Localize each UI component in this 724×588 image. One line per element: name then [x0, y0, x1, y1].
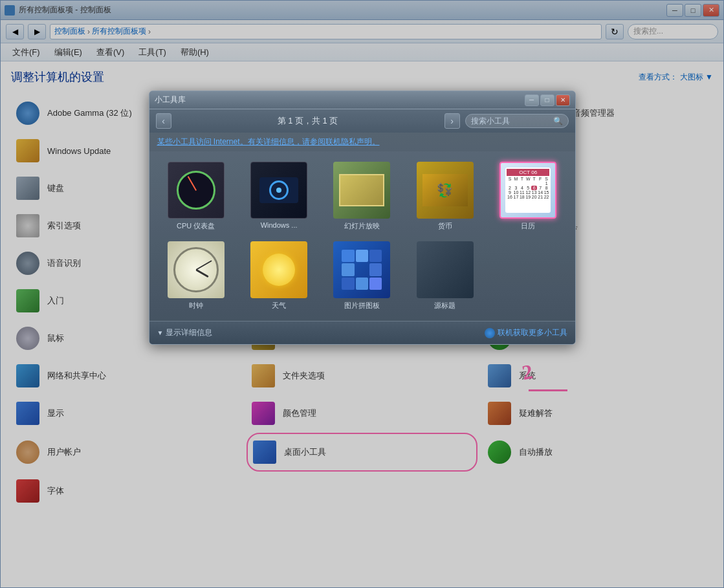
prev-page-button[interactable]: ‹ — [156, 113, 171, 129]
gadget-label-feed: 源标题 — [434, 301, 455, 310]
sun-icon — [263, 254, 295, 286]
show-detail-button[interactable]: ▼ 显示详细信息 — [157, 327, 213, 338]
gadget-thumb-clock — [168, 241, 225, 298]
clock-face — [173, 247, 219, 292]
dialog-controls: ─ □ ✕ — [525, 94, 570, 106]
get-more-label: 联机获取更多小工具 — [498, 327, 567, 338]
feed-lines — [441, 250, 449, 289]
gadget-thumb-weather — [250, 241, 307, 298]
clock-hour-hand — [195, 269, 209, 278]
gadget-thumb-calendar: OCT 06 SMTWTFS 1 2345678 9101112131415 1… — [499, 162, 556, 219]
gadget-label-wmc: Windows ... — [261, 221, 298, 229]
gadget-label-cpu: CPU 仪表盘 — [177, 221, 215, 231]
show-detail-label: 显示详细信息 — [166, 327, 212, 338]
gadget-label-clock: 时钟 — [189, 301, 203, 310]
gadget-thumb-cpu — [168, 162, 225, 219]
gadget-item-wmc[interactable]: Windows ... — [240, 159, 318, 234]
gadget-label-puzzle: 图片拼图板 — [344, 301, 380, 310]
gadget-item-calendar[interactable]: OCT 06 SMTWTFS 1 2345678 9101112131415 1… — [489, 159, 567, 234]
gadget-label-currency: 货币 — [438, 221, 452, 231]
dialog-maximize-button[interactable]: □ — [540, 94, 554, 106]
get-more-button[interactable]: 联机获取更多小工具 — [485, 327, 567, 338]
dialog-close-button[interactable]: ✕ — [556, 94, 570, 106]
wmc-icon — [259, 177, 298, 203]
page-indicator: 第 1 页，共 1 页 — [177, 115, 439, 127]
dialog-title: 小工具库 — [155, 94, 186, 105]
gadget-label-weather: 天气 — [272, 301, 286, 310]
gadget-search-placeholder: 搜索小工具 — [471, 116, 510, 127]
gadget-thumb-feed — [417, 241, 474, 298]
gadget-item-clock[interactable]: 时钟 — [157, 239, 235, 313]
gadget-item-cpu[interactable]: CPU 仪表盘 — [157, 159, 235, 234]
gadget-item-puzzle[interactable]: 图片拼图板 — [323, 239, 400, 313]
currency-icon: 💱 — [422, 174, 468, 206]
dialog-info-text[interactable]: 某些小工具访问 Internet。有关详细信息，请参阅联机隐私声明。 — [157, 137, 380, 146]
clock-minute-hand — [195, 260, 212, 270]
gadget-thumb-wmc — [250, 162, 307, 219]
gadget-dialog: 小工具库 ─ □ ✕ ‹ 第 1 页，共 1 页 › 搜索小工具 🔍 某些小工具… — [149, 91, 576, 345]
cal-grid: SMTWTFS 1 2345678 9101112131415 16171819… — [507, 177, 549, 199]
gadget-thumb-currency: 💱 — [417, 162, 474, 219]
dialog-info: 某些小工具访问 Internet。有关详细信息，请参阅联机隐私声明。 — [149, 133, 575, 151]
calendar-mini: OCT 06 SMTWTFS 1 2345678 9101112131415 1… — [505, 168, 551, 213]
cpu-gauge — [177, 171, 215, 210]
gadget-thumb-puzzle — [333, 241, 390, 298]
gadget-thumb-slideshow — [333, 162, 390, 219]
gadget-item-feed[interactable]: 源标题 — [406, 239, 484, 313]
dialog-nav: ‹ 第 1 页，共 1 页 › 搜索小工具 🔍 — [149, 109, 575, 133]
cal-header: OCT 06 — [507, 169, 549, 176]
wmc-dot — [276, 188, 281, 193]
dialog-title-bar: 小工具库 ─ □ ✕ — [149, 91, 575, 109]
puzzle-grid — [339, 247, 384, 292]
slideshow-preview — [339, 174, 384, 206]
detail-icon: ▼ — [157, 329, 164, 336]
dialog-bottom: ▼ 显示详细信息 联机获取更多小工具 — [149, 321, 575, 344]
next-page-button[interactable]: › — [444, 113, 460, 129]
overlay: 小工具库 ─ □ ✕ ‹ 第 1 页，共 1 页 › 搜索小工具 🔍 某些小工具… — [0, 0, 724, 588]
cpu-needle — [187, 176, 196, 191]
gadget-label-calendar: 日历 — [521, 221, 535, 231]
wmc-circle — [269, 180, 289, 200]
search-icon: 🔍 — [553, 116, 563, 125]
gadget-label-slideshow: 幻灯片放映 — [344, 221, 380, 231]
gadget-item-currency[interactable]: 💱 货币 — [406, 159, 484, 234]
gadgets-grid: CPU 仪表盘 Windows ... 幻灯片放映 — [149, 151, 575, 321]
dialog-minimize-button[interactable]: ─ — [525, 94, 539, 106]
gadget-item-slideshow[interactable]: 幻灯片放映 — [323, 159, 400, 234]
gadget-item-weather[interactable]: 天气 — [240, 239, 318, 313]
globe-icon — [485, 328, 495, 338]
gadget-search[interactable]: 搜索小工具 🔍 — [465, 114, 569, 128]
